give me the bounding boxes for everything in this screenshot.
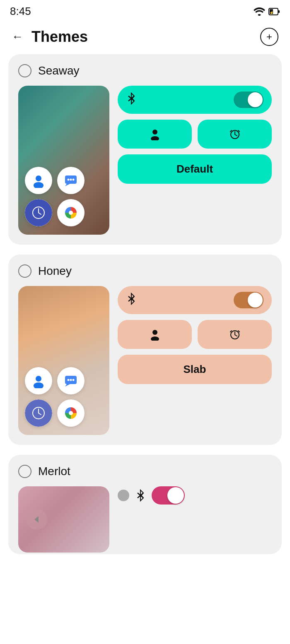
header-left: ← Themes xyxy=(12,28,88,46)
seaway-toggle-row[interactable] xyxy=(118,86,272,114)
person-svg xyxy=(31,173,46,188)
theme-card-merlot: Merlot xyxy=(8,455,282,554)
seaway-name: Seaway xyxy=(38,64,80,77)
seaway-preview xyxy=(18,86,109,235)
honey-icon-row xyxy=(118,320,272,349)
svg-point-10 xyxy=(72,179,75,181)
bt-svg-honey xyxy=(126,293,137,305)
battery-icon: ⚡ xyxy=(268,7,280,16)
honey-radio[interactable] xyxy=(18,264,31,278)
chat-svg-honey xyxy=(63,373,78,388)
photos-icon-honey xyxy=(57,399,85,427)
svg-point-15 xyxy=(152,130,157,135)
svg-point-26 xyxy=(72,379,75,381)
photos-icon-seaway xyxy=(57,199,85,226)
svg-marker-36 xyxy=(34,516,39,523)
theme-card-seaway: Seaway xyxy=(8,54,282,245)
back-button[interactable]: ← xyxy=(12,30,23,43)
honey-preview xyxy=(18,286,109,435)
svg-point-25 xyxy=(70,379,72,381)
merlot-name: Merlot xyxy=(38,465,70,478)
seaway-radio[interactable] xyxy=(18,64,31,77)
chat-svg xyxy=(63,173,78,188)
svg-line-19 xyxy=(235,135,237,136)
seaway-header: Seaway xyxy=(18,64,272,77)
page-title: Themes xyxy=(31,28,88,46)
bt-svg xyxy=(126,92,137,105)
honey-person-btn[interactable] xyxy=(118,320,192,349)
svg-marker-7 xyxy=(65,184,70,186)
svg-point-9 xyxy=(70,179,72,181)
svg-line-13 xyxy=(39,213,41,214)
svg-point-24 xyxy=(68,379,70,381)
status-icons: ⚡ xyxy=(254,7,280,16)
svg-point-20 xyxy=(36,376,41,382)
seaway-toggle-switch[interactable] xyxy=(234,91,263,108)
honey-label: Slab xyxy=(184,363,206,376)
clock-icon-honey xyxy=(25,399,52,427)
seaway-label: Default xyxy=(176,163,213,175)
svg-line-35 xyxy=(235,335,237,336)
merlot-dot xyxy=(118,490,129,501)
honey-toggle-switch[interactable] xyxy=(234,292,263,308)
merlot-arrow-icon xyxy=(27,509,47,530)
merlot-header: Merlot xyxy=(18,465,272,478)
themes-list: Seaway xyxy=(0,54,290,554)
honey-app-icons xyxy=(25,367,85,427)
honey-controls: Slab xyxy=(118,286,272,384)
svg-line-29 xyxy=(39,413,41,415)
seaway-alarm-icon xyxy=(229,128,241,140)
svg-point-14 xyxy=(69,211,73,215)
seaway-alarm-btn[interactable] xyxy=(198,120,272,149)
merlot-body xyxy=(18,486,272,553)
status-time: 8:45 xyxy=(10,5,31,18)
honey-name: Honey xyxy=(38,264,72,278)
bluetooth-icon-honey xyxy=(126,293,137,308)
seaway-body: Default xyxy=(18,86,272,235)
clock-icon-seaway xyxy=(25,199,52,226)
honey-alarm-btn[interactable] xyxy=(198,320,272,349)
photos-svg xyxy=(63,205,78,220)
contacts-icon-seaway xyxy=(25,167,52,194)
seaway-toggle-knob xyxy=(248,92,263,107)
honey-toggle-knob xyxy=(248,293,263,308)
honey-label-btn[interactable]: Slab xyxy=(118,355,272,384)
svg-point-4 xyxy=(36,175,41,181)
add-theme-button[interactable]: + xyxy=(260,28,278,46)
honey-toggle-row[interactable] xyxy=(118,286,272,314)
svg-point-5 xyxy=(34,182,44,188)
contacts-icon-honey xyxy=(25,367,52,394)
bt-svg-merlot xyxy=(135,489,146,502)
seaway-person-btn[interactable] xyxy=(118,120,192,149)
svg-text:⚡: ⚡ xyxy=(269,10,274,15)
chat-icon-honey xyxy=(57,367,85,394)
header: ← Themes + xyxy=(0,21,290,54)
honey-alarm-icon xyxy=(229,328,241,341)
seaway-controls: Default xyxy=(118,86,272,184)
svg-point-16 xyxy=(151,136,159,140)
merlot-preview xyxy=(18,486,109,553)
seaway-icon-row xyxy=(118,120,272,149)
svg-point-32 xyxy=(151,336,159,341)
seaway-app-icons xyxy=(25,167,85,226)
svg-point-30 xyxy=(69,411,73,415)
chat-icon-seaway xyxy=(57,167,85,194)
svg-rect-1 xyxy=(278,10,280,13)
person-svg-honey xyxy=(31,373,46,388)
bluetooth-icon-seaway xyxy=(126,92,137,108)
status-bar: 8:45 ⚡ xyxy=(0,0,290,21)
svg-marker-23 xyxy=(65,384,70,387)
svg-point-31 xyxy=(152,330,157,335)
merlot-toggle-switch[interactable] xyxy=(152,486,185,505)
theme-card-honey: Honey xyxy=(8,255,282,445)
svg-point-21 xyxy=(34,382,44,388)
merlot-controls xyxy=(118,486,272,509)
seaway-label-btn[interactable]: Default xyxy=(118,154,272,184)
honey-header: Honey xyxy=(18,264,272,278)
seaway-person-icon xyxy=(149,128,161,140)
wifi-icon xyxy=(254,7,265,16)
clock-svg xyxy=(31,205,46,220)
merlot-radio[interactable] xyxy=(18,465,31,478)
photos-svg-honey xyxy=(63,406,78,421)
merlot-top-row xyxy=(118,486,272,505)
